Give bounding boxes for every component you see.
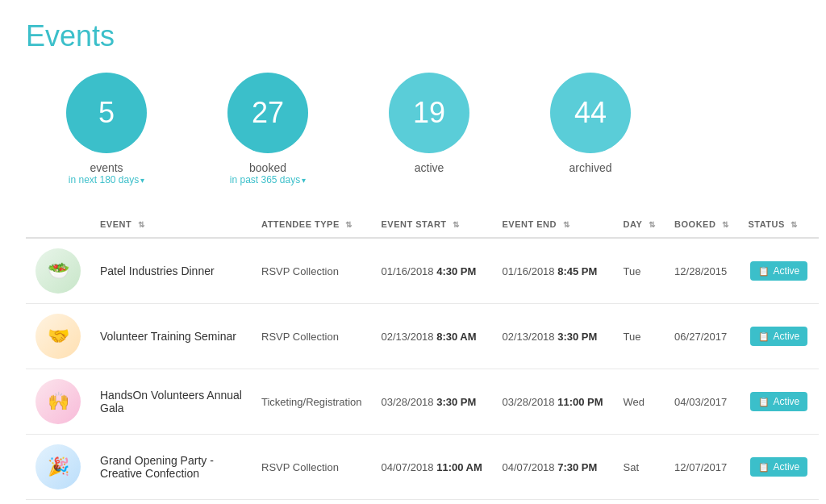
event-day-value: Wed (624, 396, 645, 408)
event-booked-cell: 06/27/2017 (665, 304, 738, 369)
col-status[interactable]: STATUS ⇅ (738, 211, 819, 238)
sort-icon-end: ⇅ (563, 220, 570, 229)
dropdown-caret: ▾ (302, 176, 306, 185)
stat-sublabel-events[interactable]: in next 180 days ▾ (69, 174, 144, 185)
sort-icon-day: ⇅ (649, 220, 656, 229)
event-name-cell: HandsOn Volunteers Annual Gala (90, 369, 252, 435)
attendee-type-cell: RSVP Collection (252, 238, 372, 304)
event-day-cell: Wed (614, 369, 665, 435)
attendee-type-cell: Ticketing/Registration (252, 369, 372, 435)
stat-sublabel-booked[interactable]: in past 365 days ▾ (230, 174, 306, 185)
status-badge[interactable]: 📋Active (750, 392, 808, 411)
event-thumb-4: 🎉 (26, 435, 90, 500)
event-thumbnail-image: 🤝 (35, 314, 81, 359)
badge-icon: 📋 (758, 462, 770, 473)
table-row[interactable]: 🥗Patel Industries DinnerRSVP Collection0… (26, 238, 819, 304)
col-attendee-type[interactable]: ATTENDEE TYPE ⇅ (252, 211, 372, 238)
stat-label-archived: archived (569, 161, 612, 174)
event-name[interactable]: Grand Opening Party - Creative Confectio… (100, 454, 214, 480)
event-start-date: 03/28/2018 3:30 PM (382, 396, 477, 408)
col-booked[interactable]: BOOKED ⇅ (665, 211, 738, 238)
stat-circle-archived: 44 (550, 73, 631, 153)
badge-icon: 📋 (758, 266, 770, 277)
event-booked-cell: 04/03/2017 (665, 369, 738, 435)
event-start-cell: 04/07/2018 11:00 AM (372, 435, 493, 500)
col-day[interactable]: DAY ⇅ (614, 211, 665, 238)
stat-label-active: active (415, 161, 444, 174)
event-status-cell: 📋Active (738, 304, 819, 369)
event-thumb-3: 🙌 (26, 369, 90, 435)
event-name-cell: Patel Industries Dinner (90, 238, 252, 304)
col-event-end[interactable]: EVENT END ⇅ (493, 211, 614, 238)
stats-row: 5eventsin next 180 days ▾27bookedin past… (26, 73, 800, 185)
event-thumb-2: 🤝 (26, 304, 90, 369)
badge-icon: 📋 (758, 331, 770, 342)
col-event[interactable]: EVENT ⇅ (90, 211, 252, 238)
event-name[interactable]: HandsOn Volunteers Annual Gala (100, 389, 242, 414)
event-day-cell: Tue (614, 238, 665, 304)
event-end-cell: 02/13/2018 3:30 PM (493, 304, 614, 369)
sort-icon-event: ⇅ (138, 220, 145, 229)
event-day-cell: Sat (614, 435, 665, 500)
event-name[interactable]: Patel Industries Dinner (100, 264, 215, 277)
event-end-date: 02/13/2018 3:30 PM (503, 331, 598, 343)
event-thumb-1: 🥗 (26, 238, 90, 304)
event-thumbnail-image: 🎉 (35, 444, 81, 489)
table-header: EVENT ⇅ ATTENDEE TYPE ⇅ EVENT START ⇅ EV… (26, 211, 819, 238)
stat-label-events: events (90, 161, 123, 174)
attendee-type-cell: RSVP Collection (252, 435, 372, 500)
col-thumb (26, 211, 90, 238)
event-booked-value: 12/07/2017 (674, 461, 727, 473)
event-name-cell: FurryFriend Fundraiser 5K (90, 500, 252, 505)
event-thumbnail-image: 🙌 (35, 379, 81, 424)
event-start-date: 04/07/2018 11:00 AM (382, 461, 482, 473)
stat-circle-booked[interactable]: 27 (227, 73, 308, 153)
event-start-date: 01/16/2018 4:30 PM (382, 265, 477, 277)
event-end-date: 01/16/2018 8:45 PM (503, 265, 598, 277)
event-end-date: 03/28/2018 11:00 PM (503, 396, 603, 408)
event-day-value: Tue (624, 331, 641, 343)
stat-card-events: 5eventsin next 180 days ▾ (26, 73, 187, 185)
status-badge[interactable]: 📋Active (750, 327, 808, 346)
event-day-value: Sat (624, 461, 640, 473)
event-start-date: 02/13/2018 8:30 AM (382, 331, 477, 343)
event-booked-cell: 12/28/2015 (665, 238, 738, 304)
sort-icon-status: ⇅ (791, 220, 798, 229)
attendee-type-value: RSVP Collection (261, 461, 339, 473)
event-status-cell: 📋Active (738, 500, 819, 505)
event-name-cell: Grand Opening Party - Creative Confectio… (90, 435, 252, 500)
event-booked-value: 04/03/2017 (674, 396, 727, 408)
sort-icon-booked: ⇅ (722, 220, 729, 229)
attendee-type-cell: RSVP Collection (252, 304, 372, 369)
badge-icon: 📋 (758, 397, 770, 407)
event-start-cell: 04/28/2018 6:30 AM (372, 500, 493, 505)
attendee-type-cell: Ticketing/Registration (252, 500, 372, 505)
event-name[interactable]: Volunteer Training Seminar (100, 330, 236, 343)
attendee-type-value: RSVP Collection (261, 265, 339, 277)
status-badge[interactable]: 📋Active (750, 457, 808, 477)
event-end-date: 04/07/2018 7:30 PM (503, 461, 598, 473)
stat-circle-events[interactable]: 5 (66, 73, 147, 153)
table-body: 🥗Patel Industries DinnerRSVP Collection0… (26, 238, 819, 504)
table-row[interactable]: 🤝Volunteer Training SeminarRSVP Collecti… (26, 304, 819, 369)
event-status-cell: 📋Active (738, 369, 819, 435)
table-row[interactable]: 🎉Grand Opening Party - Creative Confecti… (26, 435, 819, 500)
col-event-start[interactable]: EVENT START ⇅ (372, 211, 493, 238)
table-row[interactable]: 🏃FurryFriend Fundraiser 5KTicketing/Regi… (26, 500, 819, 505)
event-thumbnail-image: 🥗 (35, 248, 81, 294)
stat-label-booked: booked (249, 161, 286, 174)
events-table: EVENT ⇅ ATTENDEE TYPE ⇅ EVENT START ⇅ EV… (26, 211, 819, 504)
event-end-cell: 01/16/2018 8:45 PM (493, 238, 614, 304)
dropdown-caret: ▾ (140, 176, 144, 185)
event-start-cell: 02/13/2018 8:30 AM (372, 304, 493, 369)
event-end-cell: 03/28/2018 11:00 PM (493, 369, 614, 435)
status-badge[interactable]: 📋Active (750, 261, 808, 281)
event-booked-cell: 12/07/2017 (665, 435, 738, 500)
event-booked-cell: 04/03/2017 (665, 500, 738, 505)
attendee-type-value: Ticketing/Registration (261, 396, 362, 408)
table-row[interactable]: 🙌HandsOn Volunteers Annual GalaTicketing… (26, 369, 819, 435)
page-title: Events (26, 19, 800, 53)
event-booked-value: 12/28/2015 (674, 265, 727, 277)
event-day-value: Tue (624, 265, 641, 277)
event-start-cell: 01/16/2018 4:30 PM (372, 238, 493, 304)
